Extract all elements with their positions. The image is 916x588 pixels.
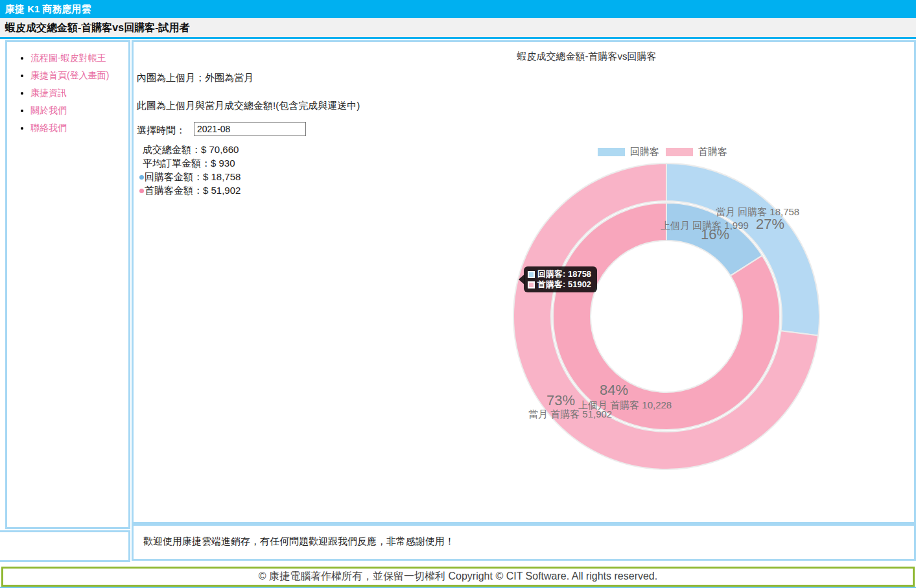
chart-annotation: 84%: [600, 382, 628, 398]
ring-explanation-text: 內圈為上個月；外圈為當月: [137, 72, 253, 84]
stat-value: $ 51,902: [203, 185, 241, 196]
time-select-row: 選擇時間：: [137, 124, 185, 137]
sidebar-link-1[interactable]: 康捷首頁(登入畫面): [30, 70, 109, 80]
tooltip-swatch-icon: [528, 271, 535, 278]
legend-label: 回購客: [630, 146, 659, 158]
stat-label: 首購客金額：: [145, 185, 203, 196]
stat-value: $ 18,758: [203, 171, 241, 182]
tooltip-row: 回購客: 18758: [528, 269, 591, 279]
stat-row: 回購客金額：$ 18,758: [137, 170, 241, 183]
stat-bullet-icon: [139, 189, 144, 193]
app-title-bar: 康捷 K1 商務應用雲: [0, 0, 916, 18]
sidebar-item: 流程圖-蝦皮對帳王: [30, 53, 128, 64]
stat-value: $ 70,660: [201, 144, 239, 155]
welcome-message-box: 歡迎使用康捷雲端進銷存，有任何問題歡迎跟我們反應，非常感謝使用！: [132, 524, 916, 561]
sidebar-nav-list: 流程圖-蝦皮對帳王康捷首頁(登入畫面)康捷資訊關於我們聯絡我們: [7, 53, 128, 134]
chart-tooltip: 回購客: 18758首購客: 51902: [524, 266, 597, 292]
chart-annotation: 當月 首購客 51,902: [528, 408, 612, 419]
chart-annotation: 27%: [756, 216, 784, 232]
time-select-input[interactable]: [194, 122, 306, 136]
tooltip-label: 回購客: 18758: [537, 269, 591, 279]
stat-value: $ 930: [211, 158, 235, 169]
page-title: 蝦皮成交總金額-首購客vs回購客-試用者: [5, 22, 189, 33]
tooltip-swatch-icon: [528, 281, 535, 288]
sidebar-item: 聯絡我們: [30, 123, 128, 134]
tooltip-row: 首購客: 51902: [528, 279, 591, 290]
stat-row: 首購客金額：$ 51,902: [137, 183, 241, 197]
sidebar-footer-cell: [0, 530, 130, 562]
chart-annotation: 73%: [546, 392, 575, 408]
chart-title: 蝦皮成交總金額-首購客vs回購客: [517, 51, 657, 63]
chart-legend: 回購客首購客: [598, 146, 727, 158]
legend-item-0[interactable]: 回購客: [598, 146, 659, 158]
sidebar-item: 康捷資訊: [30, 88, 128, 99]
tooltip-label: 首購客: 51902: [537, 279, 591, 290]
sidebar: 流程圖-蝦皮對帳王康捷首頁(登入畫面)康捷資訊關於我們聯絡我們: [5, 40, 130, 529]
time-select-label: 選擇時間：: [137, 124, 185, 135]
legend-label: 首購客: [698, 146, 727, 158]
summary-stats: 成交總金額：$ 70,660平均訂單金額：$ 930回購客金額：$ 18,758…: [137, 143, 241, 197]
sidebar-item: 康捷首頁(登入畫面): [30, 70, 128, 82]
stat-row: 成交總金額：$ 70,660: [137, 143, 241, 156]
welcome-message: 歡迎使用康捷雲端進銷存，有任何問題歡迎跟我們反應，非常感謝使用！: [143, 535, 454, 547]
stat-bullet-icon: [139, 175, 144, 180]
chart-description-text: 此圖為上個月與當月成交總金額!(包含完成與運送中): [137, 100, 360, 112]
copyright-footer: © 康捷電腦著作權所有，並保留一切權利 Copyright © CIT Soft…: [1, 567, 915, 587]
chart-annotation: 16%: [701, 226, 729, 242]
stat-label: 平均訂單金額：: [143, 158, 211, 169]
stat-label: 成交總金額：: [143, 144, 201, 155]
sidebar-item: 關於我們: [30, 105, 128, 117]
app-title: 康捷 K1 商務應用雲: [5, 3, 91, 14]
stat-label: 回購客金額：: [145, 171, 203, 182]
stat-row: 平均訂單金額：$ 930: [137, 156, 241, 170]
legend-swatch-icon: [666, 148, 693, 156]
page-title-bar: 蝦皮成交總金額-首購客vs回購客-試用者: [0, 18, 916, 39]
legend-swatch-icon: [598, 148, 625, 156]
sidebar-link-4[interactable]: 聯絡我們: [30, 123, 67, 133]
legend-item-1[interactable]: 首購客: [666, 146, 727, 158]
copyright-text: © 康捷電腦著作權所有，並保留一切權利 Copyright © CIT Soft…: [259, 570, 657, 582]
sidebar-link-0[interactable]: 流程圖-蝦皮對帳王: [30, 53, 106, 63]
main-content-panel: 蝦皮成交總金額-首購客vs回購客 內圈為上個月；外圈為當月 此圖為上個月與當月成…: [132, 40, 916, 524]
sidebar-link-2[interactable]: 康捷資訊: [30, 88, 67, 98]
page: 康捷 K1 商務應用雲 蝦皮成交總金額-首購客vs回購客-試用者 流程圖-蝦皮對…: [0, 0, 916, 588]
sidebar-link-3[interactable]: 關於我們: [30, 105, 67, 115]
